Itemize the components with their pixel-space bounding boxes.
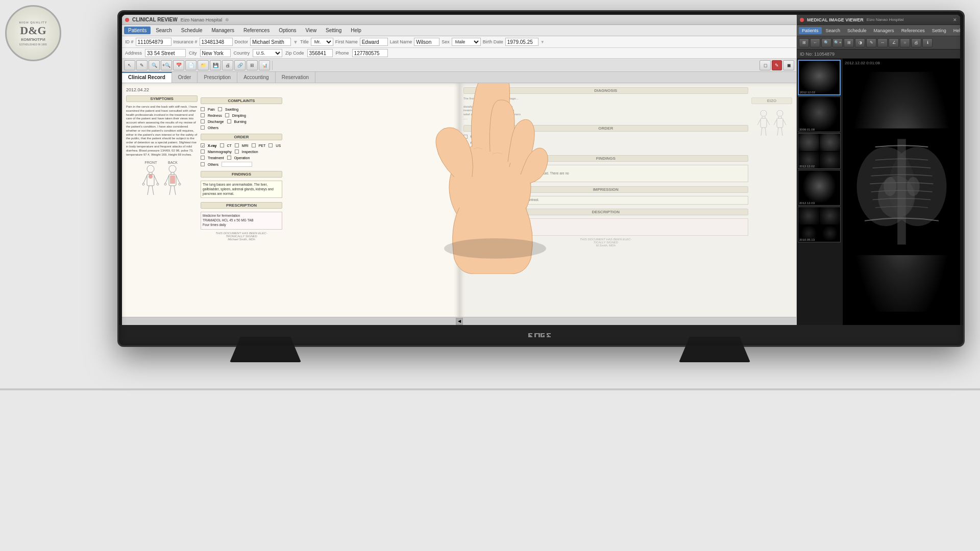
tool-pen-red[interactable]: ✎ [772, 60, 782, 70]
menu-schedule[interactable]: Schedule [177, 27, 207, 34]
tool-arrow[interactable]: ↖ [124, 60, 135, 70]
menu-search[interactable]: Search [152, 27, 176, 34]
city-input[interactable] [200, 49, 231, 57]
thumbnail-4[interactable]: 2012.12.03 [798, 170, 841, 206]
doctor-input[interactable] [250, 38, 291, 46]
viewer-tool-roi[interactable]: ○ [900, 38, 910, 47]
right-checkbox-us[interactable] [512, 135, 516, 139]
viewer-tool-back[interactable]: ← [810, 38, 820, 47]
thumbnail-5[interactable]: 2010.05.13 [798, 207, 841, 242]
right-checkbox-inspect[interactable] [497, 141, 501, 145]
tab-clinical-record[interactable]: Clinical Record [122, 72, 172, 83]
nav-arrow-left[interactable]: ◀ [456, 318, 463, 325]
checkbox-pain[interactable] [201, 107, 205, 111]
menu-setting[interactable]: Setting [322, 27, 346, 34]
tab-prescription[interactable]: Prescription [198, 72, 237, 83]
country-select[interactable]: U.S.Canada [253, 49, 282, 57]
viewer-close[interactable]: ✕ [953, 17, 957, 22]
menu-help[interactable]: Help [347, 27, 365, 34]
zip-input[interactable] [307, 49, 333, 57]
viewer-tool-zoom-in[interactable]: 🔍+ [832, 38, 843, 47]
checkbox-ct[interactable] [220, 143, 224, 147]
birth-date-label: Birth Date [483, 39, 503, 44]
svg-line-36 [777, 128, 778, 136]
viewer-tool-print[interactable]: 🖨 [911, 38, 921, 47]
menu-view[interactable]: View [302, 27, 321, 34]
checkbox-pet[interactable] [252, 143, 256, 147]
thumbnail-1[interactable]: 2012.12.02 [798, 60, 841, 95]
viewer-menu-search[interactable]: Search [823, 27, 844, 34]
checkbox-swelling[interactable] [218, 107, 222, 111]
viewer-tool-zoom-out[interactable]: 🔍 [821, 38, 831, 47]
tool-new[interactable]: 📄 [185, 60, 197, 70]
tool-zoom[interactable]: 🔍 [149, 60, 160, 70]
right-checkbox-mri[interactable] [478, 135, 482, 139]
viewer-tool-pen[interactable]: ✎ [866, 38, 876, 47]
tool-pencil[interactable]: ✎ [136, 60, 148, 70]
last-name-input[interactable] [414, 38, 439, 46]
menu-managers[interactable]: Managers [208, 27, 238, 34]
viewer-tool-angle[interactable]: ∠ [889, 38, 899, 47]
viewer-menu-setting[interactable]: Setting [929, 27, 949, 34]
viewer-menu-managers[interactable]: Managers [871, 27, 897, 34]
right-checkbox-treatment[interactable] [463, 147, 468, 151]
phone-input[interactable] [352, 49, 388, 57]
address-input[interactable] [145, 49, 186, 57]
tool-folder[interactable]: 📁 [198, 60, 209, 70]
checkbox-dimpling[interactable] [225, 113, 229, 117]
thumbnail-3[interactable]: 2012.12.02 [798, 133, 841, 169]
symptoms-header: SYMPTOMS [126, 95, 198, 102]
tool-zoom-in[interactable]: +🔍 [161, 60, 172, 70]
checkbox-discharge[interactable] [201, 119, 205, 123]
checkbox-mri[interactable] [235, 143, 239, 147]
right-checkbox-op[interactable] [489, 147, 494, 151]
checkbox-mammo[interactable] [201, 149, 205, 154]
tab-order[interactable]: Order [172, 72, 198, 83]
viewer-tool-home[interactable]: ⊞ [799, 38, 809, 47]
viewer-tool-contrast[interactable]: ◑ [855, 38, 865, 47]
tab-accounting[interactable]: Accounting [237, 72, 275, 83]
viewer-menu-help[interactable]: Help [950, 27, 960, 34]
checkbox-others2[interactable] [201, 162, 205, 166]
viewer-tool-measure[interactable]: ↔ [877, 38, 888, 47]
checkbox-burning[interactable] [227, 119, 231, 123]
viewer-tool-grid[interactable]: ⊞ [844, 38, 854, 47]
insurance-input[interactable] [200, 38, 233, 46]
checkbox-treatment[interactable] [201, 156, 205, 160]
checkbox-redness[interactable] [201, 113, 205, 117]
checkbox-operation[interactable] [227, 156, 231, 160]
sex-select[interactable]: MaleFemale [452, 38, 481, 46]
sex-label: Sex [442, 39, 450, 44]
main-xray-display[interactable]: 2012.12.02 0:01:08 [843, 59, 960, 325]
viewer-menu-references[interactable]: References [898, 27, 928, 34]
tool-extra2[interactable]: ◼ [783, 60, 794, 70]
checkbox-inspect[interactable] [235, 149, 239, 154]
checkbox-others[interactable] [201, 126, 205, 130]
menu-options[interactable]: Options [275, 27, 300, 34]
tool-print[interactable]: 🖨 [222, 60, 233, 70]
id-input[interactable] [136, 38, 172, 46]
tool-grid[interactable]: ⊞ [247, 60, 258, 70]
checkbox-xray[interactable] [201, 143, 205, 147]
right-checkbox-mammo[interactable] [463, 141, 468, 145]
right-checkbox-ct[interactable] [463, 135, 468, 139]
tool-save[interactable]: 💾 [210, 60, 221, 70]
viewer-menu-patients[interactable]: Patients [799, 27, 822, 34]
svg-rect-48 [528, 333, 532, 334]
viewer-tool-info[interactable]: ℹ [922, 38, 933, 47]
first-name-input[interactable] [360, 38, 388, 46]
viewer-menu-schedule[interactable]: Schedule [844, 27, 870, 34]
tab-reservation[interactable]: Reservation [276, 72, 315, 83]
order-others-input[interactable] [222, 162, 252, 167]
tool-calendar[interactable]: 📅 [173, 60, 184, 70]
menu-references[interactable]: References [239, 27, 274, 34]
menu-patients[interactable]: Patients [124, 27, 151, 34]
birth-date-input[interactable] [505, 38, 538, 46]
tool-link[interactable]: 🔗 [234, 60, 246, 70]
tool-extra1[interactable]: ◻ [760, 60, 771, 70]
thumbnail-2[interactable]: 2009.01.08 [798, 96, 841, 132]
right-checkbox-pet[interactable] [495, 135, 499, 139]
title-select[interactable]: Mr.Mrs.Dr. [311, 38, 333, 46]
checkbox-us[interactable] [268, 143, 273, 147]
tool-chart[interactable]: 📊 [259, 60, 270, 70]
